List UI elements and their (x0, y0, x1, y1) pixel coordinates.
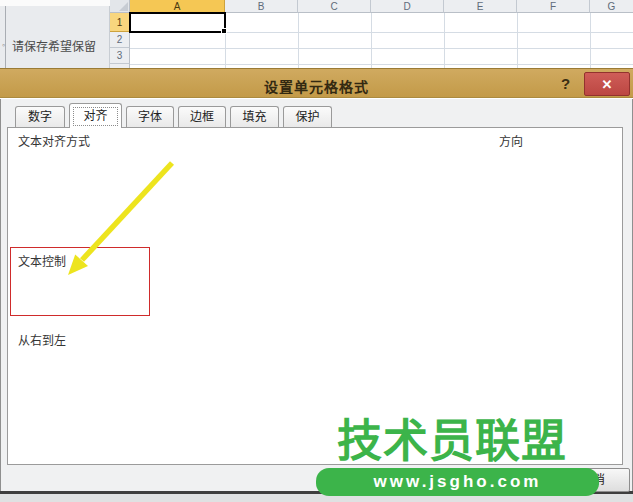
screen: ◦ 请保存希望保留 A B C D E F G 1 2 3 设置单元格格式 ? … (0, 0, 633, 502)
watermark-url-badge: www.jsgho.com (316, 468, 599, 496)
gridline (590, 13, 591, 68)
gridline (130, 64, 633, 65)
fill-handle[interactable] (221, 28, 227, 34)
dialog-titlebar[interactable]: 设置单元格格式 ? ✕ (0, 68, 633, 98)
watermark-url: www.jsgho.com (374, 472, 542, 491)
watermark-logo-text: 技术员联盟 (302, 416, 602, 468)
column-header-g[interactable]: G (590, 0, 633, 13)
group-text-alignment-label: 文本对齐方式 (18, 132, 94, 149)
dialog-title: 设置单元格格式 (0, 76, 633, 96)
row-header-3[interactable]: 3 (110, 48, 130, 64)
gridline (130, 48, 633, 49)
group-rtl-label: 从右到左 (18, 331, 70, 348)
column-header-c[interactable]: C (298, 0, 371, 13)
column-header-d[interactable]: D (371, 0, 444, 13)
gridline (298, 13, 299, 68)
pane-divider (5, 6, 6, 68)
gridline (371, 13, 372, 68)
gridline (444, 13, 445, 68)
gridline (517, 13, 518, 68)
worksheet-left-pane: ◦ 请保存希望保留 (0, 0, 110, 68)
group-orientation-label: 方向 (499, 132, 527, 149)
row-header-2[interactable]: 2 (110, 32, 130, 48)
tab-focus-outline (73, 107, 118, 126)
tab-number[interactable]: 数字 (15, 106, 65, 128)
close-button[interactable]: ✕ (584, 72, 630, 96)
column-header-b[interactable]: B (225, 0, 298, 13)
column-header-f[interactable]: F (517, 0, 590, 13)
note-bullet-icon: ◦ (2, 40, 5, 50)
cell-note-text: 请保存希望保留 (12, 37, 96, 54)
formula-bar-edge (0, 0, 110, 6)
column-header-e[interactable]: E (444, 0, 517, 13)
red-annotation-box (10, 247, 150, 316)
tab-protection[interactable]: 保护 (283, 106, 332, 128)
select-all-corner[interactable] (110, 0, 130, 13)
tab-border[interactable]: 边框 (178, 106, 226, 128)
tab-font[interactable]: 字体 (126, 106, 174, 128)
tab-fill[interactable]: 填充 (230, 106, 279, 128)
row-header-1[interactable]: 1 (110, 13, 130, 32)
help-icon[interactable]: ? (561, 75, 570, 92)
tab-alignment[interactable]: 对齐 (69, 103, 122, 128)
active-cell-a1[interactable] (129, 12, 226, 33)
